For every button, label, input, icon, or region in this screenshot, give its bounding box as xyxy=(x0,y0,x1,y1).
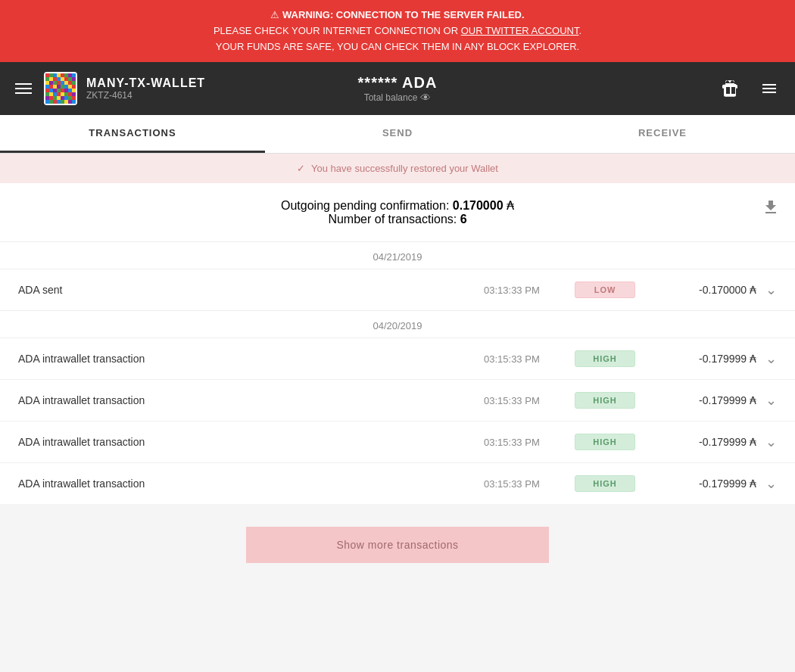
date-separator-2: 04/20/2019 xyxy=(0,310,795,338)
svg-rect-58 xyxy=(53,100,57,104)
date-separator-1: 04/21/2019 xyxy=(0,241,795,269)
svg-rect-54 xyxy=(68,96,72,100)
svg-rect-43 xyxy=(57,92,61,96)
svg-rect-40 xyxy=(45,92,49,96)
svg-rect-59 xyxy=(57,100,61,104)
svg-rect-45 xyxy=(64,92,68,96)
svg-rect-30 xyxy=(68,85,72,89)
success-message: You have successfully restored your Wall… xyxy=(311,163,498,174)
expand-icon[interactable]: ⌄ xyxy=(765,392,777,409)
nav-tabs: TRANSACTIONS SEND RECEIVE xyxy=(0,115,795,154)
svg-rect-50 xyxy=(53,96,57,100)
svg-rect-47 xyxy=(72,92,76,96)
svg-rect-5 xyxy=(64,73,68,77)
tx-type: ADA intrawallet transaction xyxy=(18,353,484,365)
tx-time: 03:15:33 PM xyxy=(484,478,575,490)
table-row: ADA sent 03:13:33 PM LOW -0.170000 ₳ ⌄ xyxy=(0,269,795,310)
wallet-avatar xyxy=(44,72,77,105)
svg-rect-15 xyxy=(72,77,76,81)
tx-badge-high: HIGH xyxy=(575,434,635,450)
svg-rect-19 xyxy=(57,81,61,85)
svg-rect-41 xyxy=(49,92,53,96)
expand-icon[interactable]: ⌄ xyxy=(765,434,777,450)
expand-icon[interactable]: ⌄ xyxy=(765,475,777,492)
svg-rect-12 xyxy=(61,77,64,81)
svg-rect-38 xyxy=(68,89,72,92)
svg-rect-25 xyxy=(49,85,53,89)
tx-badge-high: HIGH xyxy=(575,350,635,367)
svg-rect-4 xyxy=(61,73,64,77)
menu-button[interactable] xyxy=(12,80,35,97)
svg-rect-7 xyxy=(72,73,76,77)
svg-rect-61 xyxy=(64,100,68,104)
svg-rect-26 xyxy=(53,85,57,89)
settings-icon[interactable] xyxy=(756,75,783,102)
svg-rect-1 xyxy=(49,73,53,77)
tx-type: ADA intrawallet transaction xyxy=(18,478,484,490)
tx-time: 03:15:33 PM xyxy=(484,395,575,406)
svg-rect-48 xyxy=(45,96,49,100)
twitter-link[interactable]: OUR TWITTER ACCOUNT xyxy=(461,25,579,36)
svg-rect-14 xyxy=(68,77,72,81)
svg-rect-23 xyxy=(72,81,76,85)
svg-rect-32 xyxy=(45,89,49,92)
table-row: ADA intrawallet transaction 03:15:33 PM … xyxy=(0,338,795,379)
gift-icon[interactable] xyxy=(716,75,744,102)
summary-label: Outgoing pending confirmation: xyxy=(281,199,449,212)
header-center: ****** ADA Total balance 👁 xyxy=(358,74,438,104)
svg-rect-8 xyxy=(45,77,49,81)
svg-rect-55 xyxy=(72,96,76,100)
svg-rect-24 xyxy=(45,85,49,89)
svg-rect-60 xyxy=(61,100,64,104)
summary-line2: Number of transactions: 6 xyxy=(15,213,780,226)
eye-icon[interactable]: 👁 xyxy=(420,92,431,104)
warning-line3: YOUR FUNDS ARE SAFE, YOU CAN CHECK THEM … xyxy=(216,41,579,52)
expand-icon[interactable]: ⌄ xyxy=(765,282,777,298)
svg-rect-21 xyxy=(64,81,68,85)
svg-rect-6 xyxy=(68,73,72,77)
summary-amount: 0.170000 xyxy=(453,199,504,212)
warning-line2-prefix: PLEASE CHECK YOUR INTERNET CONNECTION OR xyxy=(214,25,461,36)
svg-rect-22 xyxy=(68,81,72,85)
tx-amount: -0.170000 ₳ xyxy=(635,284,756,296)
svg-rect-57 xyxy=(49,100,53,104)
header: MANY-TX-WALLET ZKTZ-4614 ****** ADA Tota… xyxy=(0,62,795,115)
tx-badge-low: LOW xyxy=(575,282,635,298)
expand-icon[interactable]: ⌄ xyxy=(765,350,777,367)
svg-rect-35 xyxy=(57,89,61,92)
svg-rect-63 xyxy=(72,100,76,104)
svg-rect-56 xyxy=(45,100,49,104)
wallet-name: MANY-TX-WALLET xyxy=(86,76,205,90)
tx-count-label: Number of transactions: xyxy=(328,213,457,226)
svg-rect-46 xyxy=(68,92,72,96)
svg-rect-0 xyxy=(45,73,49,77)
check-icon: ✓ xyxy=(297,163,305,174)
svg-rect-18 xyxy=(53,81,57,85)
svg-rect-42 xyxy=(53,92,57,96)
tab-send[interactable]: SEND xyxy=(265,115,530,153)
svg-rect-49 xyxy=(49,96,53,100)
tx-time: 03:13:33 PM xyxy=(484,285,575,296)
svg-rect-33 xyxy=(49,89,53,92)
tab-receive[interactable]: RECEIVE xyxy=(530,115,795,153)
tx-amount: -0.179999 ₳ xyxy=(635,394,756,406)
svg-rect-2 xyxy=(53,73,57,77)
show-more-button[interactable]: Show more transactions xyxy=(246,527,549,563)
export-button[interactable] xyxy=(762,198,780,220)
tx-time: 03:15:33 PM xyxy=(484,353,575,365)
table-row: ADA intrawallet transaction 03:15:33 PM … xyxy=(0,421,795,462)
tx-type: ADA intrawallet transaction xyxy=(18,436,484,448)
svg-rect-34 xyxy=(53,89,57,92)
svg-rect-37 xyxy=(64,89,68,92)
table-row: ADA intrawallet transaction 03:15:33 PM … xyxy=(0,379,795,421)
svg-rect-10 xyxy=(53,77,57,81)
ada-symbol: ₳ xyxy=(507,199,514,212)
success-banner: ✓ You have successfully restored your Wa… xyxy=(0,154,795,183)
balance-amount: ****** ADA xyxy=(358,74,438,92)
tab-transactions[interactable]: TRANSACTIONS xyxy=(0,115,265,153)
tx-badge-high: HIGH xyxy=(575,392,635,409)
tx-type: ADA sent xyxy=(18,284,484,296)
svg-rect-11 xyxy=(57,77,61,81)
wallet-id: ZKTZ-4614 xyxy=(86,90,205,101)
svg-rect-17 xyxy=(49,81,53,85)
